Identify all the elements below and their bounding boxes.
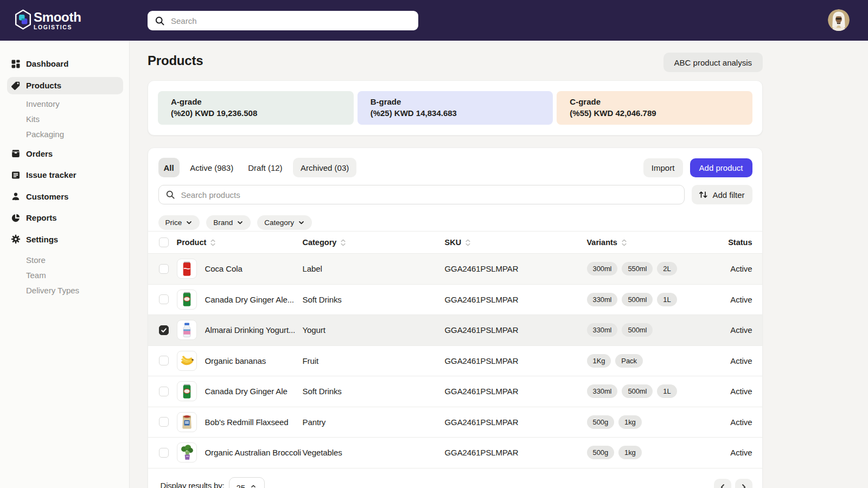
category-cell: Label — [303, 264, 445, 273]
user-avatar[interactable] — [828, 9, 850, 31]
column-header-status: Status — [716, 238, 752, 247]
tab-all[interactable]: All — [158, 158, 180, 177]
products-table-card: AllActive (983)Draft (12)Archived (03)Im… — [148, 147, 763, 488]
sidebar-subitem-store[interactable]: Store — [0, 252, 129, 267]
column-header-category[interactable]: Category — [303, 238, 445, 247]
table-row[interactable]: Organic bananasFruitGGA2461PSLMPAR1KgPac… — [148, 346, 762, 377]
page-size-value: 25 — [237, 483, 246, 488]
column-label: SKU — [445, 238, 462, 247]
stepper-arrows-icon[interactable] — [250, 484, 257, 488]
sku-cell: GGA2461PSLMPAR — [445, 418, 587, 427]
orders-icon — [11, 149, 21, 158]
sidebar-item-dashboard[interactable]: Dashboard — [7, 53, 123, 75]
previous-page-button[interactable] — [714, 479, 731, 488]
column-header-product[interactable]: Product — [177, 238, 303, 247]
product-name-cell: Organic bananas — [205, 356, 303, 365]
table-row[interactable]: Bob's Redmill FlaxseedPantryGGA2461PSLMP… — [148, 407, 762, 438]
category-cell: Yogurt — [303, 325, 445, 335]
variant-pill: 1L — [657, 384, 676, 398]
row-checkbox[interactable] — [159, 325, 169, 335]
products-search-input[interactable] — [180, 190, 678, 200]
tab-active-983[interactable]: Active (983) — [186, 158, 238, 177]
row-checkbox[interactable] — [159, 448, 169, 458]
row-checkbox[interactable] — [159, 264, 169, 274]
status-cell: Active — [716, 264, 752, 273]
brand-logo[interactable]: Smooth LOGISTICS — [15, 9, 81, 32]
variant-pill: 2L — [657, 262, 676, 275]
column-header-sku[interactable]: SKU — [445, 238, 587, 247]
column-header-variants[interactable]: Variants — [587, 238, 716, 247]
sidebar-subitem-team[interactable]: Team — [0, 267, 129, 282]
grade-value: (%55) KWD 42,046.789 — [570, 107, 752, 119]
table-search-row: Add filter — [158, 185, 752, 204]
sidebar-item-label: Reports — [26, 213, 57, 222]
sidebar-item-reports[interactable]: Reports — [7, 207, 123, 229]
global-search-input[interactable] — [170, 16, 411, 26]
products-icon — [11, 81, 21, 91]
sort-icon[interactable] — [464, 239, 471, 247]
variant-pill: 330ml — [587, 293, 618, 306]
row-checkbox[interactable] — [159, 387, 169, 396]
table-row[interactable]: Organic Australian BroccoliVegetablesGGA… — [148, 438, 762, 468]
variant-pill: 1kg — [618, 415, 642, 429]
add-filter-label: Add filter — [712, 190, 744, 200]
sort-icon[interactable] — [621, 239, 628, 247]
variant-pill: 500g — [587, 415, 615, 429]
next-page-button[interactable] — [735, 479, 752, 488]
abc-product-analysis-button[interactable]: ABC product analysis — [663, 53, 763, 72]
sidebar-subitem-packaging[interactable]: Packaging — [0, 127, 129, 142]
chevron-down-icon — [298, 219, 305, 226]
filter-chip-price[interactable]: Price — [158, 215, 200, 230]
sidebar-subnav: StoreTeamDelivery Types — [0, 252, 129, 298]
row-checkbox[interactable] — [159, 356, 169, 365]
sku-cell: GGA2461PSLMPAR — [445, 356, 587, 365]
category-cell: Fruit — [303, 356, 445, 365]
import-button[interactable]: Import — [643, 158, 683, 177]
sort-icon[interactable] — [209, 239, 216, 247]
sku-cell: GGA2461PSLMPAR — [445, 264, 587, 273]
sidebar-item-orders[interactable]: Orders — [7, 143, 123, 165]
variants-cell: 330ml500ml1L — [587, 384, 716, 398]
row-checkbox[interactable] — [159, 417, 169, 427]
table-row[interactable]: Canada Dry Ginger AleSoft DrinksGGA2461P… — [148, 376, 762, 407]
sidebar-item-settings[interactable]: Settings — [7, 229, 123, 251]
variant-pill: 1L — [657, 293, 676, 306]
reports-icon — [11, 213, 21, 223]
variants-cell: 330ml500ml1L — [587, 293, 716, 306]
products-search[interactable] — [158, 185, 685, 204]
sort-icon[interactable] — [340, 239, 347, 247]
filter-chip-category[interactable]: Category — [257, 215, 312, 230]
add-filter-button[interactable]: Add filter — [692, 185, 752, 204]
grade-label: A-grade — [171, 96, 354, 107]
status-cell: Active — [716, 448, 752, 457]
display-results-label: Display results by: — [161, 481, 225, 488]
table-row[interactable]: Almarai Drinking Yogurt...YogurtGGA2461P… — [148, 315, 762, 346]
row-checkbox[interactable] — [159, 294, 169, 304]
sidebar-item-label: Customers — [26, 192, 68, 201]
sidebar-subitem-kits[interactable]: Kits — [0, 112, 129, 127]
tab-archived-03[interactable]: Archived (03) — [293, 158, 356, 177]
variant-pill: 330ml — [587, 323, 618, 337]
chevron-down-icon — [237, 219, 244, 226]
variants-cell: 500g1kg — [587, 415, 716, 429]
tab-draft-12[interactable]: Draft (12) — [244, 158, 286, 177]
add-product-button[interactable]: Add product — [690, 158, 752, 177]
product-name-cell: Coca Cola — [205, 264, 303, 273]
product-image-yogurt — [177, 320, 197, 340]
pagination — [714, 479, 752, 488]
sidebar-subitem-inventory[interactable]: Inventory — [0, 97, 129, 112]
top-bar: Smooth LOGISTICS — [0, 0, 868, 41]
filter-chip-brand[interactable]: Brand — [206, 215, 251, 230]
page-size-stepper[interactable]: 25 — [229, 477, 265, 488]
variant-pill: 500ml — [622, 384, 653, 398]
variant-pill: 300ml — [587, 262, 618, 275]
product-image-bananas — [177, 351, 197, 371]
sidebar-item-customers[interactable]: Customers — [7, 186, 123, 208]
table-row[interactable]: Coca ColaLabelGGA2461PSLMPAR300ml550ml2L… — [148, 254, 762, 285]
global-search[interactable] — [148, 11, 418, 30]
sidebar-subitem-delivery-types[interactable]: Delivery Types — [0, 282, 129, 298]
sidebar-item-products[interactable]: Products — [7, 77, 123, 94]
table-row[interactable]: Canada Dry Ginger Ale...Soft DrinksGGA24… — [148, 285, 762, 316]
select-all-checkbox[interactable] — [159, 237, 169, 247]
sidebar-item-issue-tracker[interactable]: Issue tracker — [7, 164, 123, 186]
